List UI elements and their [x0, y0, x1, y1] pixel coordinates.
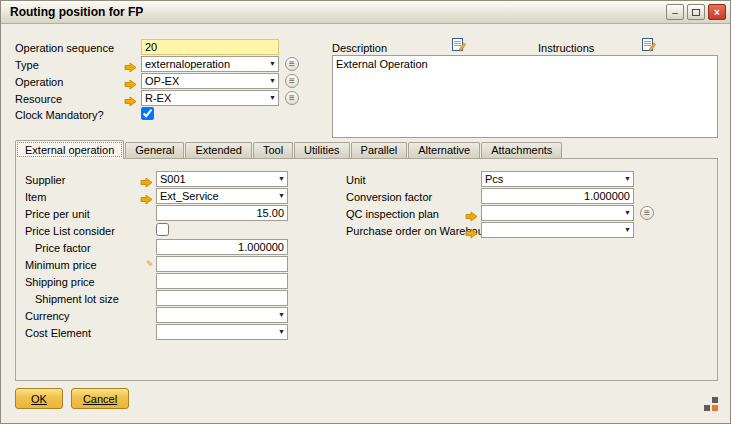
tab-strip: External operation General Extended Tool… [15, 140, 563, 159]
cost-element-dropdown[interactable]: ▼ [156, 324, 288, 340]
tab-extended[interactable]: Extended [185, 142, 251, 158]
ok-button[interactable]: OK [15, 388, 63, 409]
dropdown-arrow-icon: ▼ [278, 172, 285, 186]
purchase-order-warehouse-dropdown[interactable]: ▼ [481, 222, 634, 238]
shipping-price-label: Shipping price [25, 276, 95, 288]
price-list-consider-checkbox[interactable] [156, 223, 169, 236]
close-button[interactable]: × [708, 4, 726, 20]
operation-value: OP-EX [145, 74, 179, 88]
edit-instructions-icon[interactable] [642, 37, 656, 52]
dropdown-arrow-icon: ▼ [269, 57, 276, 71]
link-arrow-icon[interactable] [124, 59, 137, 70]
price-factor-input[interactable] [156, 239, 288, 255]
minimize-button[interactable]: – [666, 4, 684, 20]
price-per-unit-input[interactable] [156, 205, 288, 221]
titlebar[interactable]: Routing position for FP – × [1, 1, 730, 24]
operation-dropdown[interactable]: OP-EX ▼ [141, 73, 279, 89]
qc-inspection-plan-label: QC inspection plan [346, 208, 439, 220]
maximize-button[interactable] [687, 4, 705, 20]
selection-list-icon[interactable]: ≡ [285, 57, 299, 71]
operation-sequence-input[interactable] [141, 39, 279, 55]
tab-tool[interactable]: Tool [253, 142, 293, 158]
description-label: Description [332, 42, 387, 54]
price-factor-label: Price factor [35, 242, 91, 254]
tab-parallel[interactable]: Parallel [351, 142, 408, 158]
unit-dropdown[interactable]: Pcs ▼ [481, 171, 634, 187]
tab-general[interactable]: General [125, 142, 184, 158]
tab-alternative[interactable]: Alternative [408, 142, 480, 158]
cancel-button[interactable]: Cancel [71, 388, 129, 409]
supplier-label: Supplier [25, 174, 65, 186]
item-value: Ext_Service [160, 189, 219, 203]
tab-utilities[interactable]: Utilities [294, 142, 349, 158]
tab-label: General [135, 144, 174, 156]
item-label: Item [25, 191, 46, 203]
type-value: externaloperation [145, 57, 230, 71]
resource-dropdown[interactable]: R-EX ▼ [141, 90, 279, 106]
type-dropdown[interactable]: externaloperation ▼ [141, 56, 279, 72]
minimize-icon: – [672, 6, 678, 19]
close-icon: × [714, 6, 720, 19]
ok-button-label: OK [31, 393, 47, 405]
instructions-label: Instructions [538, 42, 594, 54]
dropdown-arrow-icon: ▼ [278, 325, 285, 339]
minimum-price-input[interactable] [156, 256, 288, 272]
shipment-lot-size-input[interactable] [156, 290, 288, 306]
dropdown-arrow-icon: ▼ [624, 172, 631, 186]
tab-label: External operation [25, 144, 114, 156]
routing-position-dialog: Routing position for FP – × Operation se… [0, 0, 731, 424]
window-title: Routing position for FP [10, 5, 663, 19]
tab-label: Tool [263, 144, 283, 156]
link-arrow-icon[interactable] [124, 76, 137, 87]
shipment-lot-size-label: Shipment lot size [35, 293, 119, 305]
cost-element-label: Cost Element [25, 327, 91, 339]
tab-label: Attachments [491, 144, 552, 156]
dropdown-arrow-icon: ▼ [278, 189, 285, 203]
unit-value: Pcs [485, 172, 503, 186]
supplier-value: S001 [160, 172, 186, 186]
dropdown-arrow-icon: ▼ [269, 74, 276, 88]
unit-label: Unit [346, 174, 366, 186]
item-dropdown[interactable]: Ext_Service ▼ [156, 188, 288, 204]
price-list-consider-label: Price List consider [25, 225, 115, 237]
dropdown-arrow-icon: ▼ [624, 223, 631, 237]
selection-list-icon[interactable]: ≡ [285, 74, 299, 88]
clock-mandatory-label: Clock Mandatory? [15, 109, 104, 121]
selection-list-icon[interactable]: ≡ [640, 206, 654, 220]
resize-grip[interactable] [704, 397, 718, 411]
cancel-button-label: Cancel [83, 393, 117, 405]
clock-mandatory-checkbox[interactable] [141, 107, 154, 120]
tab-external-operation[interactable]: External operation [15, 140, 124, 159]
link-arrow-icon[interactable] [465, 208, 478, 219]
pencil-icon: ✎ [146, 259, 154, 269]
link-arrow-icon[interactable] [465, 225, 478, 236]
currency-label: Currency [25, 310, 70, 322]
selection-list-icon[interactable]: ≡ [285, 91, 299, 105]
link-arrow-icon[interactable] [140, 174, 153, 185]
supplier-dropdown[interactable]: S001 ▼ [156, 171, 288, 187]
description-textarea[interactable]: External Operation [332, 55, 718, 138]
conversion-factor-label: Conversion factor [346, 191, 432, 203]
qc-inspection-plan-dropdown[interactable]: ▼ [481, 205, 634, 221]
tab-label: Extended [195, 144, 241, 156]
operation-sequence-label: Operation sequence [15, 42, 114, 54]
tab-label: Parallel [361, 144, 398, 156]
resource-value: R-EX [145, 91, 171, 105]
dropdown-arrow-icon: ▼ [624, 206, 631, 220]
edit-description-icon[interactable] [452, 37, 466, 52]
dropdown-arrow-icon: ▼ [278, 308, 285, 322]
tab-attachments[interactable]: Attachments [481, 142, 562, 158]
operation-label: Operation [15, 76, 63, 88]
currency-dropdown[interactable]: ▼ [156, 307, 288, 323]
maximize-icon [692, 9, 700, 16]
shipping-price-input[interactable] [156, 273, 288, 289]
tab-label: Alternative [418, 144, 470, 156]
minimum-price-label: Minimum price [25, 259, 97, 271]
tab-label: Utilities [304, 144, 339, 156]
type-label: Type [15, 59, 39, 71]
dropdown-arrow-icon: ▼ [269, 91, 276, 105]
conversion-factor-input[interactable] [481, 188, 634, 204]
link-arrow-icon[interactable] [140, 191, 153, 202]
link-arrow-icon[interactable] [124, 93, 137, 104]
resource-label: Resource [15, 93, 62, 105]
